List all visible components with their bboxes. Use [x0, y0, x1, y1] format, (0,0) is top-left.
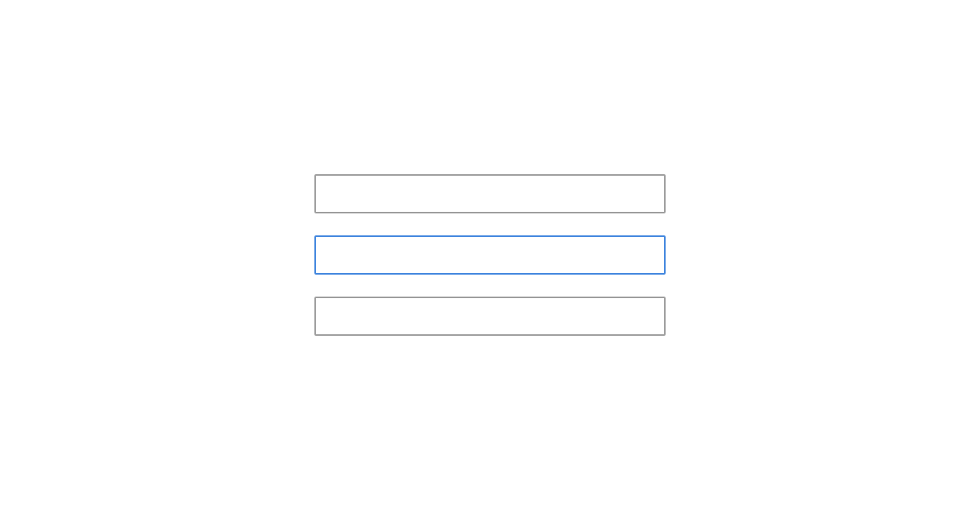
- form-container: [314, 174, 666, 336]
- text-input-3[interactable]: [314, 297, 666, 336]
- text-input-1[interactable]: [314, 174, 666, 213]
- text-input-2[interactable]: [314, 235, 666, 275]
